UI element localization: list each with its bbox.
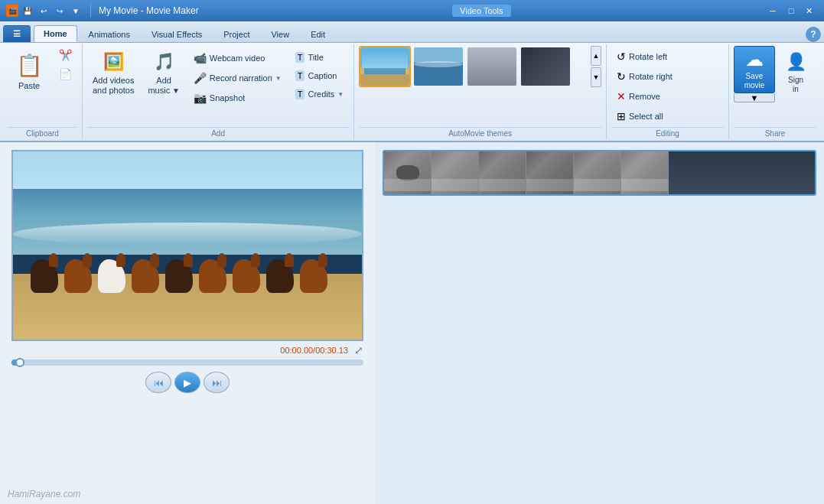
theme-thumb-2 bbox=[414, 47, 463, 86]
webcam-video-btn[interactable]: 📹 Webcam video bbox=[188, 49, 287, 67]
rotate-right-btn[interactable]: ↻ Rotate right bbox=[611, 67, 678, 86]
cloud-upload-icon: ☁ bbox=[745, 49, 764, 70]
editing-stack: ↺ Rotate left ↻ Rotate right ✕ Remove ⊞ … bbox=[611, 46, 678, 125]
horse-3 bbox=[98, 259, 125, 293]
credits-icon: T bbox=[295, 89, 305, 99]
expand-btn[interactable]: ⤢ bbox=[354, 344, 363, 356]
timeline-frame-3 bbox=[479, 151, 526, 194]
help-btn[interactable]: ? bbox=[806, 27, 821, 42]
credits-btn[interactable]: T Credits ▼ bbox=[290, 86, 350, 102]
editing-group-label: Editing bbox=[611, 127, 724, 138]
context-tab-label: Video Tools bbox=[452, 5, 510, 17]
credits-label: Credits bbox=[308, 89, 334, 99]
title-bar: 🎬 💾 ↩ ↪ ▼ My Movie - Movie Maker Video T… bbox=[0, 0, 824, 21]
tab-animations[interactable]: Animations bbox=[79, 26, 140, 42]
app-icon: 🎬 bbox=[6, 5, 18, 17]
horse-8 bbox=[266, 259, 294, 293]
close-btn[interactable]: ✕ bbox=[801, 4, 818, 18]
tab-home[interactable]: Home bbox=[34, 25, 77, 42]
add-group-content: 🖼️ Add videos and photos 🎵 Add music ▼ 📹… bbox=[87, 46, 349, 125]
remove-btn[interactable]: ✕ Remove bbox=[611, 87, 678, 106]
cut-icon: ✂️ bbox=[59, 49, 72, 61]
theme-1[interactable] bbox=[359, 46, 411, 87]
qat-dropdown-btn[interactable]: ▼ bbox=[69, 4, 83, 18]
progress-handle[interactable] bbox=[15, 358, 24, 367]
maximize-btn[interactable]: □ bbox=[783, 4, 800, 18]
horses-container bbox=[31, 208, 344, 293]
video-frame bbox=[11, 150, 363, 341]
microphone-icon: 🎤 bbox=[194, 72, 207, 84]
horse-scene bbox=[13, 151, 362, 340]
progress-bar[interactable] bbox=[11, 359, 363, 366]
prev-frame-btn[interactable]: ⏮ bbox=[145, 372, 171, 393]
minimize-btn[interactable]: ─ bbox=[764, 4, 781, 18]
timeline-frame-6 bbox=[621, 151, 669, 194]
timeline-frame-1 bbox=[384, 151, 432, 194]
sign-in-btn[interactable]: 👤 Signin bbox=[778, 46, 813, 101]
rotate-left-label: Rotate left bbox=[629, 52, 667, 61]
window-title: My Movie - Movie Maker bbox=[99, 5, 199, 16]
file-menu-btn[interactable]: ☰ bbox=[3, 25, 31, 42]
paste-label: Paste bbox=[18, 81, 40, 90]
add-music-btn[interactable]: 🎵 Add music ▼ bbox=[142, 46, 184, 101]
tab-visual-effects[interactable]: Visual Effects bbox=[142, 26, 212, 42]
theme-2[interactable] bbox=[412, 46, 464, 87]
redo-btn[interactable]: ↪ bbox=[53, 4, 67, 18]
remove-label: Remove bbox=[629, 92, 660, 101]
undo-btn[interactable]: ↩ bbox=[37, 4, 50, 18]
copy-btn[interactable]: 📄 bbox=[54, 65, 77, 83]
add-music-label: Add music ▼ bbox=[148, 76, 179, 96]
title-icon: T bbox=[295, 52, 305, 63]
save-movie-dropdown[interactable]: ▼ bbox=[734, 93, 775, 102]
paste-area: 📋 Paste bbox=[8, 46, 50, 93]
theme-scroll-down[interactable]: ▼ bbox=[591, 67, 601, 87]
add-videos-photos-btn[interactable]: 🖼️ Add videos and photos bbox=[87, 46, 139, 101]
save-quick-btn[interactable]: 💾 bbox=[21, 4, 34, 18]
play-btn[interactable]: ▶ bbox=[174, 372, 200, 393]
snapshot-btn[interactable]: 📷 Snapshot bbox=[188, 89, 287, 107]
cut-btn[interactable]: ✂️ bbox=[54, 46, 77, 64]
add-text-stack: T Title T Caption T Credits ▼ bbox=[290, 46, 350, 102]
save-movie-btn[interactable]: ☁ Savemovie bbox=[734, 46, 775, 93]
sign-in-label: Signin bbox=[788, 76, 803, 94]
window-controls: ─ □ ✕ bbox=[764, 4, 818, 18]
caption-label: Caption bbox=[308, 71, 337, 80]
ribbon-tabs: ☰ Home Animations Visual Effects Project… bbox=[0, 21, 824, 43]
add-music-icon: 🎵 bbox=[151, 50, 176, 74]
timeline-frame-4 bbox=[526, 151, 574, 194]
waveform-2 bbox=[432, 179, 478, 191]
tab-edit[interactable]: Edit bbox=[301, 26, 335, 42]
waveform-1 bbox=[384, 179, 431, 191]
timeline-track[interactable] bbox=[383, 150, 816, 196]
theme-3[interactable] bbox=[466, 46, 518, 87]
save-movie-label: Savemovie bbox=[744, 72, 765, 90]
select-all-label: Select all bbox=[629, 112, 663, 121]
record-narration-dropdown-icon: ▼ bbox=[275, 75, 282, 82]
theme-thumb-4 bbox=[521, 47, 570, 86]
title-btn[interactable]: T Title bbox=[290, 49, 350, 66]
clipboard-group-label: Clipboard bbox=[8, 127, 77, 138]
save-movie-container: ☁ Savemovie ▼ bbox=[734, 46, 775, 102]
webcam-icon: 📹 bbox=[194, 52, 207, 64]
sign-in-icon: 👤 bbox=[783, 50, 808, 74]
theme-4[interactable] bbox=[519, 46, 572, 87]
caption-btn[interactable]: T Caption bbox=[290, 67, 350, 84]
waveform-3 bbox=[479, 179, 526, 191]
record-narration-btn[interactable]: 🎤 Record narration ▼ bbox=[188, 69, 287, 87]
horse-7 bbox=[233, 259, 260, 293]
timeline-frame-5 bbox=[574, 151, 621, 194]
next-frame-btn[interactable]: ⏭ bbox=[204, 372, 230, 393]
horse-2 bbox=[64, 259, 92, 293]
select-all-btn[interactable]: ⊞ Select all bbox=[611, 107, 678, 125]
tab-project[interactable]: Project bbox=[213, 26, 259, 42]
time-text: 00:00.00/00:30.13 bbox=[280, 346, 348, 355]
clipboard-group: 📋 Paste ✂️ 📄 Clipboard bbox=[3, 44, 83, 139]
theme-thumb-1 bbox=[360, 47, 409, 86]
tab-view[interactable]: View bbox=[261, 26, 299, 42]
add-extras-stack: 📹 Webcam video 🎤 Record narration ▼ 📷 Sn… bbox=[188, 46, 287, 107]
paste-btn[interactable]: 📋 bbox=[14, 49, 44, 81]
timeline-frame-2 bbox=[432, 151, 479, 194]
rotate-left-btn[interactable]: ↺ Rotate left bbox=[611, 47, 678, 66]
timeline-area bbox=[375, 142, 824, 504]
theme-scroll-up[interactable]: ▲ bbox=[591, 46, 601, 66]
